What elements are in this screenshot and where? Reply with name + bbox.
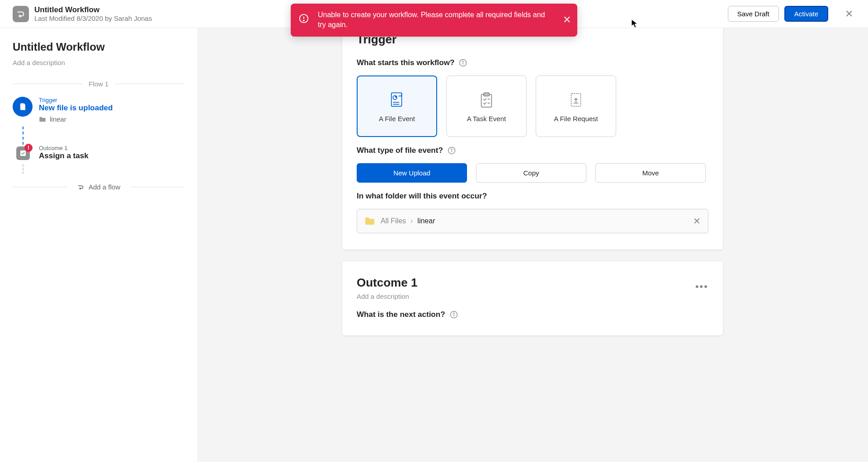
workflow-title[interactable]: Untitled Workflow xyxy=(34,5,152,14)
event-type-new-upload[interactable]: New Upload xyxy=(357,163,467,183)
sidebar-description-input[interactable]: Add a description xyxy=(13,59,184,66)
close-editor-button[interactable]: ✕ xyxy=(843,8,855,20)
tile-task-event[interactable]: A Task Event xyxy=(446,75,527,137)
step-connector-end xyxy=(23,164,24,174)
event-type-copy[interactable]: Copy xyxy=(476,163,586,183)
sidebar-workflow-title[interactable]: Untitled Workflow xyxy=(13,41,184,53)
outcome-more-menu[interactable]: ••• xyxy=(695,281,708,292)
tile-label: A File Request xyxy=(554,115,598,123)
error-badge-icon: ! xyxy=(24,144,33,152)
svg-point-20 xyxy=(451,149,452,150)
tile-file-request[interactable]: A File Request xyxy=(536,75,616,137)
add-flow-button[interactable]: Add a flow xyxy=(13,183,184,191)
question-event-type: What type of file event? xyxy=(357,146,708,155)
alert-close-button[interactable]: ✕ xyxy=(563,14,571,26)
trigger-card: Trigger What starts this workflow? A Fil… xyxy=(342,28,723,250)
question-what-starts: What starts this workflow? xyxy=(357,58,708,67)
trigger-label: Trigger xyxy=(39,97,113,104)
app-icon xyxy=(13,6,29,22)
error-alert: Unable to create your workflow. Please c… xyxy=(291,4,577,37)
tile-label: A Task Event xyxy=(467,115,506,123)
question-next-action: What is the next action? xyxy=(357,310,708,319)
breadcrumb-current: linear xyxy=(417,217,435,225)
file-request-icon xyxy=(566,90,585,109)
clear-folder-button[interactable]: ✕ xyxy=(693,216,701,226)
svg-point-7 xyxy=(463,61,464,62)
info-icon[interactable] xyxy=(459,59,467,67)
alert-icon xyxy=(299,14,309,24)
svg-rect-13 xyxy=(484,93,489,96)
sidebar-panel: Untitled Workflow Add a description Flow… xyxy=(0,28,197,462)
trigger-folder: linear xyxy=(39,115,113,123)
svg-point-2 xyxy=(303,20,304,21)
folder-icon xyxy=(39,116,46,123)
outcome-title: Assign a task xyxy=(39,151,89,160)
info-icon[interactable] xyxy=(448,146,456,155)
step-connector xyxy=(23,127,24,145)
sidebar-trigger-step[interactable]: Trigger New file is uploaded linear xyxy=(13,97,184,123)
last-modified: Last Modified 8/3/2020 by Sarah Jonas xyxy=(34,14,152,22)
tile-file-event[interactable]: A File Event xyxy=(357,75,437,137)
flow-icon xyxy=(77,184,85,190)
event-type-move[interactable]: Move xyxy=(595,163,706,183)
outcome-step-icon: ! xyxy=(16,146,30,160)
file-event-icon xyxy=(387,90,406,109)
trigger-step-icon xyxy=(13,97,33,117)
tile-label: A File Event xyxy=(379,115,415,123)
outcome-heading: Outcome 1 xyxy=(357,276,417,290)
canvas-area: Trigger What starts this workflow? A Fil… xyxy=(197,28,868,462)
chevron-right-icon: › xyxy=(410,217,413,225)
trigger-title: New file is uploaded xyxy=(39,104,113,113)
outcome-label: Outcome 1 xyxy=(39,145,89,151)
sidebar-outcome-step[interactable]: ! Outcome 1 Assign a task xyxy=(13,145,184,160)
outcome-card: Outcome 1 ••• Add a description What is … xyxy=(342,261,723,335)
svg-point-23 xyxy=(453,313,454,314)
save-draft-button[interactable]: Save Draft xyxy=(728,6,779,22)
task-event-icon xyxy=(477,90,496,109)
svg-rect-3 xyxy=(20,104,25,110)
title-block: Untitled Workflow Last Modified 8/3/2020… xyxy=(34,5,152,22)
info-icon[interactable] xyxy=(450,311,458,319)
folder-picker[interactable]: All Files › linear ✕ xyxy=(357,209,708,233)
activate-button[interactable]: Activate xyxy=(784,6,828,22)
question-folder: In what folder will this event occur? xyxy=(357,192,708,201)
flow-divider: Flow 1 xyxy=(13,80,184,88)
folder-icon xyxy=(364,217,375,226)
alert-text: Unable to create your workflow. Please c… xyxy=(318,10,555,30)
breadcrumb-root[interactable]: All Files xyxy=(381,217,406,225)
outcome-description-input[interactable]: Add a description xyxy=(357,292,708,300)
